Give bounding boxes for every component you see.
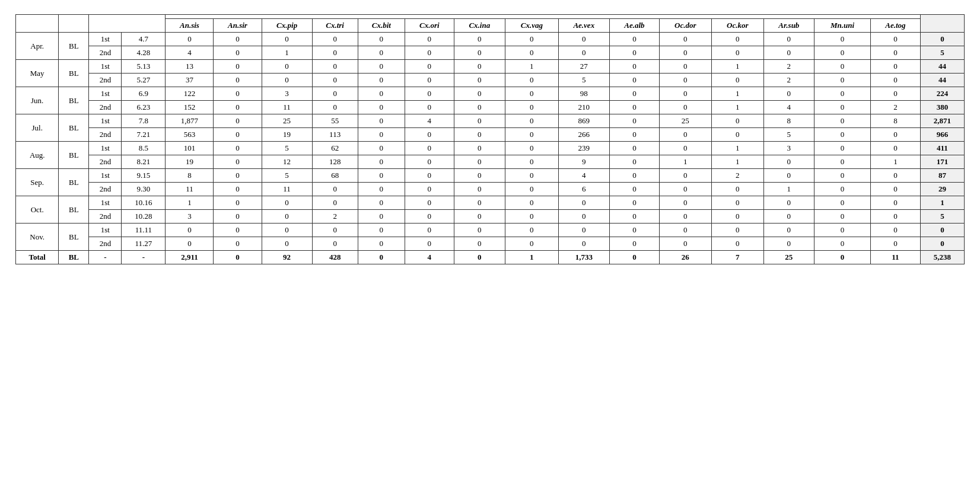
cell-species-value: 0 xyxy=(262,60,312,74)
table-row: 2nd6.2315201100000210001402380 xyxy=(16,101,965,114)
cell-species-value: 101 xyxy=(166,142,214,155)
cell-species-value: 0 xyxy=(505,46,558,60)
cell-species-value: 19 xyxy=(262,128,312,142)
cell-species-value: 0 xyxy=(214,142,262,155)
cell-species-value: 0 xyxy=(610,224,660,237)
cell-species-value: 0 xyxy=(405,128,454,142)
cell-species-value: 5 xyxy=(558,74,610,87)
cell-species-value: 0 xyxy=(454,169,505,183)
total-row: TotalBL--2,91109242804011,7330267250115,… xyxy=(16,251,965,264)
table-row: 2nd7.215630191130000266000500966 xyxy=(16,128,965,142)
cell-total-species: 4 xyxy=(405,251,454,264)
cell-species-value: 1 xyxy=(505,60,558,74)
cell-species-value: 0 xyxy=(454,114,505,128)
cell-species-value: 0 xyxy=(505,155,558,169)
cell-species-value: 6 xyxy=(558,183,610,196)
cell-species-value: 0 xyxy=(814,237,870,251)
cell-species-value: 0 xyxy=(814,46,870,60)
cell-species-value: 0 xyxy=(659,46,711,60)
cell-species-value: 0 xyxy=(610,155,660,169)
cell-date: 9.15 xyxy=(122,169,166,183)
cell-species-value: 0 xyxy=(405,210,454,224)
cell-species-value: 0 xyxy=(405,74,454,87)
cell-date: 4.28 xyxy=(122,46,166,60)
cell-species-value: 0 xyxy=(214,183,262,196)
cell-total-species: 428 xyxy=(312,251,358,264)
cell-species-value: 0 xyxy=(763,237,814,251)
cell-total: 0 xyxy=(920,237,964,251)
cell-species-value: 0 xyxy=(454,155,505,169)
cell-grand-total: 5,238 xyxy=(920,251,964,264)
cell-species-value: 0 xyxy=(454,224,505,237)
cell-species-value: 0 xyxy=(405,142,454,155)
cell-species-value: 0 xyxy=(814,33,870,46)
cell-total-species: 0 xyxy=(814,251,870,264)
cell-species-value: 0 xyxy=(166,237,214,251)
cell-species-value: 0 xyxy=(558,210,610,224)
cell-species-value: 563 xyxy=(166,128,214,142)
cell-species-value: 0 xyxy=(405,46,454,60)
cell-species-value: 0 xyxy=(763,210,814,224)
cell-period: 2nd xyxy=(89,46,122,60)
cell-species-value: 0 xyxy=(763,169,814,183)
cell-species-value: 0 xyxy=(505,169,558,183)
cell-date: 8.5 xyxy=(122,142,166,155)
cell-species-value: 12 xyxy=(262,155,312,169)
cell-species-value: 266 xyxy=(558,128,610,142)
cell-month: Nov. xyxy=(16,224,59,251)
cell-date: 6.23 xyxy=(122,101,166,114)
cell-species-value: 0 xyxy=(610,237,660,251)
cell-species-value: 0 xyxy=(454,60,505,74)
cell-species-value: 1 xyxy=(711,87,763,101)
data-table: An.sisAn.sirCx.pipCx.triCx.bitCx.oriCx.i… xyxy=(15,14,965,264)
cell-species-value: 0 xyxy=(214,87,262,101)
cell-species-value: 1 xyxy=(871,155,921,169)
cell-period: 1st xyxy=(89,142,122,155)
cell-total-species: 0 xyxy=(358,251,405,264)
cell-species-value: 0 xyxy=(763,33,814,46)
cell-species-value: 0 xyxy=(358,114,405,128)
header-month xyxy=(16,15,59,33)
cell-species-value: 4 xyxy=(405,114,454,128)
cell-species-value: 0 xyxy=(405,101,454,114)
cell-species-value: 0 xyxy=(505,224,558,237)
cell-species-value: 1 xyxy=(711,101,763,114)
cell-species-value: 0 xyxy=(871,210,921,224)
cell-species-value: 0 xyxy=(505,33,558,46)
cell-species-value: 0 xyxy=(358,74,405,87)
cell-month: Jul. xyxy=(16,114,59,142)
cell-species-value: 1 xyxy=(711,155,763,169)
cell-trap: BL xyxy=(59,114,89,142)
header-species-aetog: Ae.tog xyxy=(871,19,921,33)
cell-species-value: 4 xyxy=(763,101,814,114)
page-wrapper: An.sisAn.sirCx.pipCx.triCx.bitCx.oriCx.i… xyxy=(15,12,965,264)
cell-total-period: - xyxy=(89,251,122,264)
cell-species-value: 0 xyxy=(505,210,558,224)
cell-period: 2nd xyxy=(89,74,122,87)
cell-species-value: 0 xyxy=(558,33,610,46)
cell-species-value: 0 xyxy=(763,87,814,101)
cell-total: 0 xyxy=(920,224,964,237)
cell-trap: BL xyxy=(59,87,89,114)
cell-species-value: 68 xyxy=(312,169,358,183)
cell-total: 0 xyxy=(920,33,964,46)
table-row: Nov.BL1st11.110000000000000000 xyxy=(16,224,965,237)
cell-species-value: 1 xyxy=(166,196,214,210)
cell-total: 966 xyxy=(920,128,964,142)
cell-species-value: 0 xyxy=(454,237,505,251)
cell-species-value: 0 xyxy=(358,183,405,196)
cell-species-value: 0 xyxy=(214,169,262,183)
cell-total: 1 xyxy=(920,196,964,210)
cell-species-value: 210 xyxy=(558,101,610,114)
cell-date: 11.27 xyxy=(122,237,166,251)
cell-species-value: 0 xyxy=(358,169,405,183)
cell-species-value: 0 xyxy=(711,128,763,142)
cell-total: 44 xyxy=(920,74,964,87)
cell-trap: BL xyxy=(59,169,89,196)
cell-trap: BL xyxy=(59,224,89,251)
table-row: 2nd8.211901212800009011001171 xyxy=(16,155,965,169)
cell-species-value: 0 xyxy=(711,224,763,237)
cell-species-value: 0 xyxy=(871,142,921,155)
cell-species-value: 0 xyxy=(610,196,660,210)
cell-date: 6.9 xyxy=(122,87,166,101)
